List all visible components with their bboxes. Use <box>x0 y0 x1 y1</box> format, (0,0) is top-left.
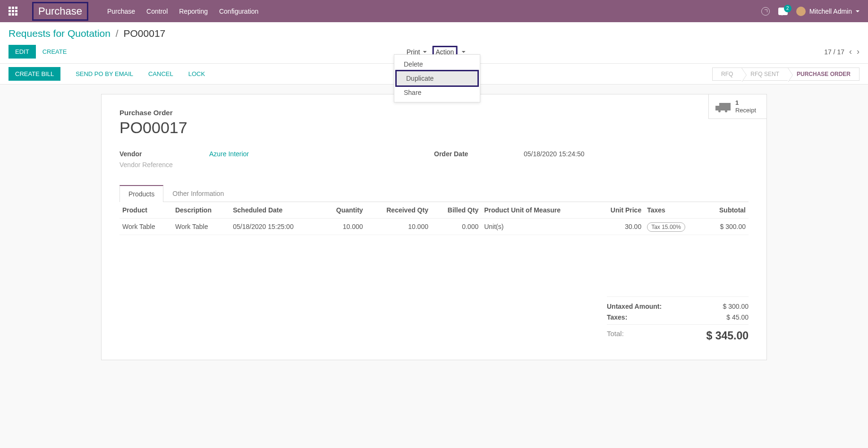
cell-subtotal: $ 300.00 <box>705 219 749 235</box>
caret-down-icon <box>461 51 465 53</box>
th-quantity: Quantity <box>321 202 366 219</box>
create-bill-button[interactable]: CREATE BILL <box>9 67 60 81</box>
breadcrumb-root[interactable]: Requests for Quotation <box>9 28 111 39</box>
cell-uom: Unit(s) <box>481 219 594 235</box>
table-header-row: Product Description Scheduled Date Quant… <box>119 202 749 219</box>
order-date-label: Order Date <box>434 150 524 158</box>
th-uom: Product Unit of Measure <box>481 202 594 219</box>
step-rfq-sent[interactable]: RFQ SENT <box>741 68 788 81</box>
th-unit-price: Unit Price <box>594 202 644 219</box>
caret-down-icon <box>423 51 426 53</box>
nav-reporting[interactable]: Reporting <box>179 8 208 15</box>
receipt-stat-button[interactable]: 1 Receipt <box>708 94 766 119</box>
totals: Untaxed Amount: $ 300.00 Taxes: $ 45.00 … <box>607 296 749 346</box>
send-po-button[interactable]: SEND PO BY EMAIL <box>76 70 133 77</box>
step-rfq[interactable]: RFQ <box>712 68 742 81</box>
lock-button[interactable]: LOCK <box>188 70 205 77</box>
cell-qty: 10.000 <box>321 219 366 235</box>
total-label: Total: <box>607 330 624 342</box>
action-delete[interactable]: Delete <box>394 57 480 71</box>
th-taxes: Taxes <box>644 202 704 219</box>
clock-icon[interactable] <box>761 7 770 16</box>
create-button[interactable]: CREATE <box>43 48 67 55</box>
tax-pill: Tax 15.00% <box>647 222 685 232</box>
status-actions: CREATE BILL SEND PO BY EMAIL CANCEL LOCK <box>9 67 212 81</box>
cell-billed: 0.000 <box>431 219 481 235</box>
tab-other-info[interactable]: Other Information <box>163 185 233 202</box>
pager-next-icon[interactable]: › <box>857 47 859 57</box>
nav-purchase[interactable]: Purchase <box>107 8 135 15</box>
untaxed-amount: $ 300.00 <box>723 303 749 310</box>
top-nav: Purchase Purchase Control Reporting Conf… <box>0 0 868 22</box>
chat-badge: 2 <box>784 5 791 12</box>
po-number: PO00017 <box>119 118 749 137</box>
tabs: Products Other Information <box>119 185 749 202</box>
untaxed-label: Untaxed Amount: <box>607 303 662 310</box>
breadcrumb: Requests for Quotation / PO00017 <box>9 28 859 39</box>
order-lines-table: Product Description Scheduled Date Quant… <box>119 202 749 292</box>
messaging-icon[interactable]: 2 <box>778 8 788 15</box>
pager-prev-icon[interactable]: ‹ <box>849 47 852 57</box>
pager: 17 / 17 ‹ › <box>824 47 859 57</box>
th-billed: Billed Qty <box>431 202 481 219</box>
cell-price: 30.00 <box>594 219 644 235</box>
action-duplicate[interactable]: Duplicate <box>397 71 477 85</box>
receipt-count: 1 <box>735 99 739 106</box>
chevron-down-icon <box>856 10 859 12</box>
nav-control[interactable]: Control <box>146 8 168 15</box>
cell-product: Work Table <box>119 219 172 235</box>
cell-tax: Tax 15.00% <box>644 219 704 235</box>
breadcrumb-current: PO00017 <box>124 28 166 39</box>
nav-right: 2 Mitchell Admin <box>761 7 859 16</box>
cell-received: 10.000 <box>366 219 431 235</box>
user-name: Mitchell Admin <box>809 8 852 15</box>
app-title[interactable]: Purchase <box>32 2 88 21</box>
tab-products[interactable]: Products <box>119 185 163 202</box>
action-share[interactable]: Share <box>394 85 480 100</box>
taxes-label: Taxes: <box>607 313 627 321</box>
sheet-wrap: 1 Receipt Purchase Order PO00017 Vendor … <box>0 85 868 360</box>
th-received: Received Qty <box>366 202 431 219</box>
edit-button[interactable]: EDIT <box>9 45 36 59</box>
vendor-ref-label: Vendor Reference <box>119 161 209 169</box>
receipt-label: Receipt <box>735 107 756 114</box>
pager-text: 17 / 17 <box>824 48 844 56</box>
avatar <box>796 7 806 16</box>
th-subtotal: Subtotal <box>705 202 749 219</box>
th-product: Product <box>119 202 172 219</box>
nav-configuration[interactable]: Configuration <box>219 8 258 15</box>
taxes-amount: $ 45.00 <box>726 313 749 321</box>
po-label: Purchase Order <box>119 109 749 117</box>
action-dropdown-menu: Delete Duplicate Share <box>394 54 480 102</box>
th-description: Description <box>172 202 230 219</box>
sheet-body: Purchase Order PO00017 Vendor Azure Inte… <box>102 94 766 360</box>
order-date-value: 05/18/2020 15:24:50 <box>524 150 584 158</box>
table-row[interactable]: Work Table Work Table 05/18/2020 15:25:0… <box>119 219 749 235</box>
cell-scheduled: 05/18/2020 15:25:00 <box>230 219 321 235</box>
vendor-label: Vendor <box>119 150 209 158</box>
status-steps: RFQ RFQ SENT PURCHASE ORDER <box>713 68 859 81</box>
cell-description: Work Table <box>172 219 230 235</box>
vendor-link[interactable]: Azure Interior <box>209 150 249 158</box>
form-sheet: 1 Receipt Purchase Order PO00017 Vendor … <box>101 94 767 360</box>
apps-icon[interactable] <box>9 7 18 16</box>
fields-row: Vendor Azure Interior Vendor Reference O… <box>119 150 749 172</box>
th-scheduled-date: Scheduled Date <box>230 202 321 219</box>
breadcrumb-bar: Requests for Quotation / PO00017 <box>0 22 868 42</box>
user-menu[interactable]: Mitchell Admin <box>796 7 859 16</box>
nav-menu: Purchase Control Reporting Configuration <box>107 8 258 15</box>
step-purchase-order[interactable]: PURCHASE ORDER <box>788 68 859 81</box>
cancel-button[interactable]: CANCEL <box>148 70 173 77</box>
truck-icon <box>719 103 731 110</box>
total-amount: $ 345.00 <box>706 330 749 342</box>
